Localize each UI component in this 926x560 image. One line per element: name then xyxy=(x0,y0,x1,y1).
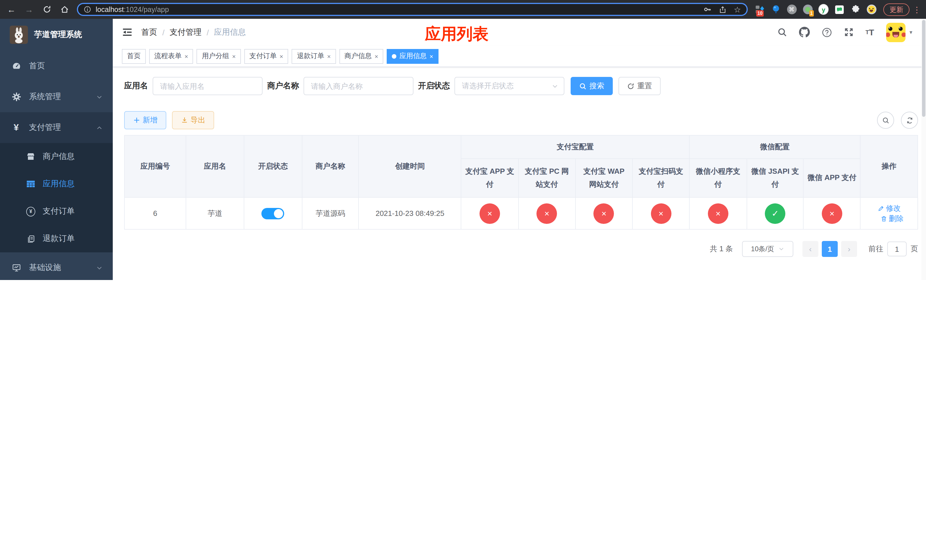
column-header-status: 开启状态 xyxy=(244,135,302,197)
page-title: 应用列表 xyxy=(425,23,489,45)
sidebar-item-refund-order[interactable]: 退款订单 xyxy=(0,225,113,252)
channel-status-icon: × xyxy=(536,203,557,224)
yen-circle-icon: ¥ xyxy=(26,206,35,216)
payment-submenu: 商户信息 应用信息 ¥ 支付订单 退款订单 xyxy=(0,143,113,252)
close-icon[interactable]: × xyxy=(430,53,433,59)
user-dropdown[interactable]: ▾ xyxy=(886,23,912,42)
profile-avatar-icon[interactable] xyxy=(866,4,876,15)
breadcrumb-home[interactable]: 首页 xyxy=(141,27,157,37)
header-search-icon[interactable] xyxy=(777,27,787,37)
sidebar-item-infrastructure[interactable]: 基础设施 xyxy=(0,252,113,280)
browser-menu-icon[interactable]: ⋮ xyxy=(913,5,921,14)
extension-icons: 10 ⌘ 1 y xyxy=(755,4,876,15)
tab-app-info[interactable]: 应用信息× xyxy=(387,49,438,64)
browser-back-icon[interactable]: ← xyxy=(5,3,18,16)
cell-created: 2021-10-23 08:49:25 xyxy=(359,197,461,229)
sidebar-item-merchant-info[interactable]: 商户信息 xyxy=(0,143,113,170)
scrollbar-thumb[interactable] xyxy=(922,20,925,117)
page-size-select[interactable]: 10条/页 xyxy=(742,241,793,257)
browser-update-button[interactable]: 更新 xyxy=(883,3,909,16)
browser-reload-icon[interactable] xyxy=(41,3,53,16)
status-label: 开启状态 xyxy=(418,81,450,91)
font-size-icon[interactable]: TT xyxy=(865,28,874,36)
extensions-puzzle-icon[interactable] xyxy=(850,4,861,15)
chevron-down-icon xyxy=(552,83,558,89)
site-info-icon[interactable] xyxy=(84,6,91,13)
delete-link[interactable]: 删除 xyxy=(880,213,903,224)
sidebar-fold-icon[interactable] xyxy=(122,27,133,38)
github-icon[interactable] xyxy=(799,27,809,38)
browser-forward-icon[interactable]: → xyxy=(23,3,35,16)
dashboard-icon xyxy=(11,62,21,71)
reset-button[interactable]: 重置 xyxy=(619,77,661,95)
extension-balloon-icon[interactable] xyxy=(770,4,781,15)
status-select-placeholder: 请选择开启状态 xyxy=(462,81,514,91)
page-header: 首页 / 支付管理 / 应用信息 应用列表 TT xyxy=(113,19,926,45)
cell-merchant: 芋道源码 xyxy=(302,197,359,229)
sidebar-item-app-info[interactable]: 应用信息 xyxy=(0,170,113,198)
close-icon[interactable]: × xyxy=(280,53,283,59)
close-icon[interactable]: × xyxy=(375,53,378,59)
row-enabled-toggle[interactable] xyxy=(262,207,284,219)
add-button[interactable]: 新增 xyxy=(124,111,166,129)
page-unit-label: 页 xyxy=(911,244,918,254)
merchant-name-input[interactable] xyxy=(304,77,413,95)
sidebar-item-pay-order[interactable]: ¥ 支付订单 xyxy=(0,198,113,225)
app-logo-row: 芋道管理系统 xyxy=(0,19,113,51)
browser-toolbar: ← → localhost:1024/pay/app ☆ xyxy=(0,0,926,19)
sidebar-item-label: 系统管理 xyxy=(29,92,61,102)
close-icon[interactable]: × xyxy=(327,53,331,59)
search-button[interactable]: 搜索 xyxy=(570,77,613,95)
extension-chat-icon[interactable] xyxy=(834,4,844,15)
url-text: localhost:1024/pay/app xyxy=(96,5,169,14)
document-icon xyxy=(26,235,35,243)
browser-home-icon[interactable] xyxy=(58,3,71,16)
column-header-alipay-app: 支付宝 APP 支付 xyxy=(461,159,518,197)
extension-badge: 1 xyxy=(809,10,814,16)
monitor-icon xyxy=(11,263,21,272)
page-number-button[interactable]: 1 xyxy=(822,241,838,257)
fullscreen-icon[interactable] xyxy=(844,27,853,37)
column-header-name: 应用名 xyxy=(186,135,244,197)
page-scrollbar[interactable] xyxy=(921,19,926,280)
column-header-alipay-pc: 支付宝 PC 网站支付 xyxy=(519,159,575,197)
browser-address-bar[interactable]: localhost:1024/pay/app ☆ xyxy=(77,3,748,16)
main-area: 首页 / 支付管理 / 应用信息 应用列表 TT xyxy=(113,19,926,280)
pagination: 共 1 条 10条/页 ‹ 1 › 前往 页 xyxy=(124,241,918,257)
share-icon[interactable] xyxy=(719,5,727,14)
prev-page-button[interactable]: ‹ xyxy=(802,241,819,257)
toggle-search-button[interactable] xyxy=(877,112,894,129)
user-avatar xyxy=(886,23,905,42)
sidebar-item-home[interactable]: 首页 xyxy=(0,51,113,82)
sidebar-item-system[interactable]: 系统管理 xyxy=(0,82,113,112)
app-name-input[interactable] xyxy=(153,77,263,95)
tab-user-group[interactable]: 用户分组× xyxy=(197,49,241,64)
export-button[interactable]: 导出 xyxy=(172,111,214,129)
close-icon[interactable]: × xyxy=(232,53,236,59)
goto-label: 前往 xyxy=(869,244,883,254)
url-path: :1024/pay/app xyxy=(124,5,169,14)
yen-icon: ¥ xyxy=(11,123,21,133)
extension-recorder-icon[interactable]: 1 xyxy=(802,4,813,15)
tab-process-form[interactable]: 流程表单× xyxy=(149,49,193,64)
sidebar-item-label: 支付订单 xyxy=(43,206,75,216)
extension-command-icon[interactable]: ⌘ xyxy=(787,4,797,15)
column-group-alipay: 支付宝配置 xyxy=(461,135,689,159)
edit-link[interactable]: 修改 xyxy=(877,203,901,213)
next-page-button[interactable]: › xyxy=(841,241,857,257)
goto-page-input[interactable] xyxy=(887,242,906,256)
extension-y-icon[interactable]: y xyxy=(819,4,829,15)
help-icon[interactable] xyxy=(822,27,832,37)
close-icon[interactable]: × xyxy=(185,53,188,59)
status-select[interactable]: 请选择开启状态 xyxy=(454,77,564,95)
tab-pay-order[interactable]: 支付订单× xyxy=(244,49,289,64)
tab-home[interactable]: 首页 xyxy=(122,49,146,64)
tab-refund-order[interactable]: 退款订单× xyxy=(292,49,336,64)
extension-mosaic-icon[interactable]: 10 xyxy=(755,4,765,15)
sidebar-item-payment[interactable]: ¥ 支付管理 xyxy=(0,112,113,143)
tab-merchant-info[interactable]: 商户信息× xyxy=(339,49,384,64)
breadcrumb-payment[interactable]: 支付管理 xyxy=(170,27,201,37)
refresh-button[interactable] xyxy=(901,112,918,129)
bookmark-star-icon[interactable]: ☆ xyxy=(734,5,741,14)
password-key-icon[interactable] xyxy=(704,5,712,14)
